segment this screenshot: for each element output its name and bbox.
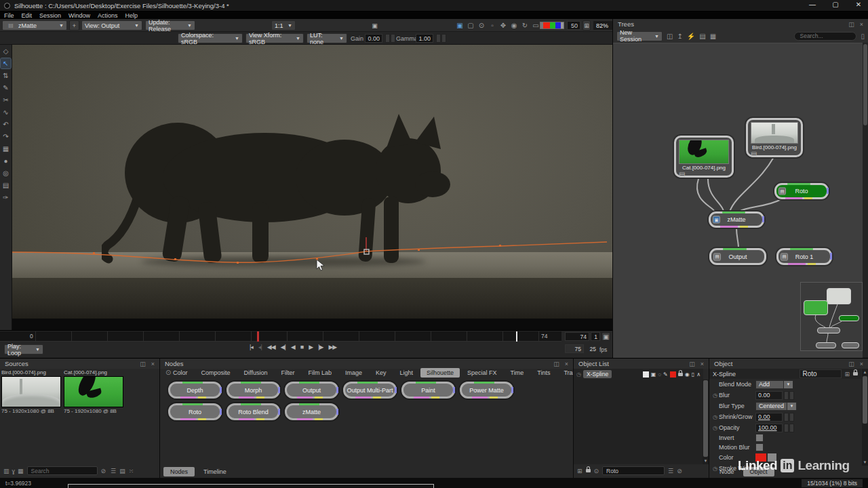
float-panel-icon[interactable]: ◫ <box>848 361 854 367</box>
viewer-canvas[interactable] <box>12 45 612 330</box>
library-node[interactable]: Morph <box>226 382 280 399</box>
shrink-grow-stepper[interactable] <box>784 413 794 422</box>
matte-tool-icon[interactable]: ▦ <box>1 144 11 154</box>
menu-item[interactable]: File <box>4 12 14 19</box>
step-forward-icon[interactable]: |▶ <box>318 344 323 350</box>
redo-shape-tool-icon[interactable]: ↷ <box>1 131 11 142</box>
merge-source-icon[interactable]: ɣ <box>12 468 16 474</box>
library-node[interactable]: Output Multi-Part <box>343 382 397 399</box>
node-category-tab[interactable]: Light <box>393 368 419 378</box>
node-category-tab[interactable]: Silhouette <box>420 368 460 378</box>
go-to-in-icon[interactable]: |◂ <box>250 344 253 350</box>
blur-field[interactable]: 0.00 <box>755 391 783 400</box>
magnifier-icon[interactable]: ⊙ <box>476 20 487 30</box>
refresh-icon[interactable]: ↻ <box>519 20 530 30</box>
library-node[interactable]: Output <box>285 382 338 399</box>
chevron-down-icon[interactable]: ▼ <box>784 380 793 389</box>
close-panel-icon[interactable]: × <box>701 361 704 367</box>
trash-icon[interactable]: ▯ <box>861 33 865 40</box>
colorspace-dropdown[interactable]: Colorspace: sRGB▼ <box>178 33 243 43</box>
close-button[interactable]: ✕ <box>852 1 865 8</box>
float-panel-icon[interactable]: ◫ <box>140 361 146 367</box>
rewind-icon[interactable]: ◀◀ <box>267 344 275 350</box>
save-tree-icon[interactable]: ▦ <box>710 33 716 40</box>
stereo-icon[interactable]: ◉ <box>509 20 519 30</box>
keyframe-stopwatch-icon[interactable]: ◷ <box>713 425 717 431</box>
menu-item[interactable]: Edit <box>22 12 33 19</box>
workspace-tab[interactable]: Timeline <box>197 467 233 476</box>
library-node[interactable]: Power Matte <box>460 382 513 399</box>
library-node[interactable]: Paint <box>401 382 455 399</box>
node-category-tab[interactable]: Tints <box>531 368 556 378</box>
chevron-down-icon[interactable]: ▼ <box>787 402 797 411</box>
collapse-icon[interactable]: ∧ <box>696 371 701 378</box>
add-object-icon[interactable]: ⊞ <box>577 468 583 474</box>
object-name-field[interactable]: Roto <box>800 369 842 378</box>
float-panel-icon[interactable]: ◫ <box>848 21 854 28</box>
menu-item[interactable]: Session <box>39 12 61 19</box>
invert-checkbox[interactable] <box>755 434 764 442</box>
shape-color-swatch[interactable] <box>670 371 676 378</box>
menu-item[interactable]: Window <box>68 12 90 19</box>
add-node-button[interactable]: + <box>69 20 79 30</box>
maximize-button[interactable]: ▢ <box>829 1 842 8</box>
node-category-tab[interactable]: Color <box>167 368 194 378</box>
object-scrollbar[interactable]: ▲ ▼ <box>862 369 868 466</box>
view-selector-dropdown[interactable]: View: Output▼ <box>81 20 142 30</box>
render-icon[interactable]: ⚡ <box>687 33 695 40</box>
float-panel-icon[interactable]: ◫ <box>689 361 695 367</box>
view-xform-dropdown[interactable]: View Xform: sRGB▼ <box>245 33 304 43</box>
timeline-ruler[interactable]: 0 74 <box>0 331 561 342</box>
draw-icon[interactable]: ✎ <box>663 371 668 378</box>
object-tab[interactable]: Node <box>713 467 741 476</box>
source-item[interactable]: Cat.[000-074].png 75 - 1920x1080 @ 8B <box>64 369 123 414</box>
columns-view-icon[interactable]: ▦ <box>18 468 24 474</box>
visibility-icon[interactable]: ◉ <box>685 371 690 378</box>
transform-tool-icon[interactable]: ◇ <box>1 46 11 56</box>
node-category-tab[interactable]: Special FX <box>461 368 503 378</box>
selected-object-chip[interactable]: X-Spline <box>583 370 612 378</box>
node-category-tab[interactable]: Diffusion <box>238 368 274 378</box>
close-panel-icon[interactable]: × <box>860 361 863 367</box>
circle-icon[interactable]: ◌ <box>658 371 661 378</box>
gamma-stepper[interactable] <box>436 34 446 43</box>
keyframe-stopwatch-icon[interactable]: ◷ <box>713 414 717 420</box>
close-panel-icon[interactable]: × <box>860 21 863 28</box>
graph-node-cat-clip[interactable]: Cat.[000-074].png ▤ <box>674 136 734 178</box>
session-dropdown[interactable]: New Session▼ <box>616 31 663 41</box>
gain-stepper[interactable] <box>385 34 395 43</box>
blend-mode-select[interactable]: Add <box>755 380 784 389</box>
session-window-icon[interactable]: ◫ <box>667 33 673 40</box>
library-node[interactable]: zMatte <box>285 403 338 420</box>
fit-view-button[interactable]: ⊞ <box>583 20 591 30</box>
graph-node-roto[interactable]: ▤ Roto <box>774 183 829 199</box>
node-graph[interactable]: Cat.[000-074].png ▤ Bird.[000-074].png ▤… <box>613 43 863 358</box>
current-frame-field[interactable]: 75 <box>565 344 584 353</box>
sources-search-input[interactable]: Search <box>27 466 98 475</box>
trees-scrollbar[interactable] <box>863 43 868 358</box>
close-panel-icon[interactable]: × <box>565 361 568 367</box>
cut-spline-tool-icon[interactable]: ✂ <box>1 95 11 105</box>
duplicate-icon[interactable]: ▣ <box>651 371 656 378</box>
play-mode-dropdown[interactable]: Play: Loop▼ <box>4 344 43 354</box>
add-point-tool-icon[interactable]: ⇅ <box>1 70 11 81</box>
blur-stepper[interactable] <box>784 391 794 400</box>
pan-zoom-icon[interactable]: ✥ <box>498 20 509 30</box>
channel-display-bar[interactable] <box>540 22 564 29</box>
step-field[interactable]: 1 <box>591 332 600 341</box>
graph-node-output[interactable]: ▤ Output <box>709 248 766 265</box>
work-range-marker[interactable] <box>516 331 517 342</box>
library-node[interactable]: Roto Blend <box>226 403 280 420</box>
gamma-field[interactable]: 1.00 <box>416 34 433 43</box>
motion-blur-checkbox[interactable] <box>755 443 764 451</box>
node-category-tab[interactable]: Film Lab <box>302 368 338 378</box>
go-to-out-icon[interactable]: ◂| <box>258 344 262 350</box>
export-tree-icon[interactable]: ↥ <box>677 33 682 40</box>
region-of-interest-icon[interactable]: ▢ <box>465 20 476 30</box>
float-panel-icon[interactable]: ◫ <box>553 361 559 367</box>
import-tree-icon[interactable]: ▤ <box>699 33 705 40</box>
node-category-tab[interactable]: Key <box>370 368 393 378</box>
node-category-tab[interactable]: Composite <box>195 368 237 378</box>
menu-item[interactable]: Help <box>125 12 138 19</box>
node-selector-dropdown[interactable]: ▤ zMatte▼ <box>2 20 67 30</box>
